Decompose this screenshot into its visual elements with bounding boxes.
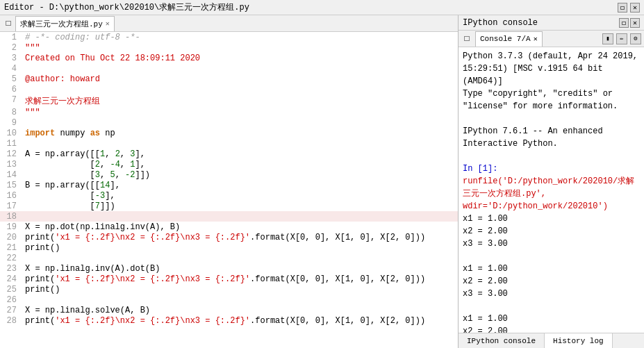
console-output[interactable]: Python 3.7.3 (default, Apr 24 2019, 15:2… bbox=[459, 47, 644, 333]
code-line: 15 B = np.array([[14], bbox=[0, 180, 458, 190]
console-tab[interactable]: Console 7/A ✕ bbox=[475, 31, 543, 47]
console-output-normal: Python 3.7.3 (default, Apr 24 2019, 15:2… bbox=[463, 50, 640, 333]
code-line: 26 bbox=[0, 295, 458, 305]
code-line: 21 print() bbox=[0, 242, 458, 253]
code-line: 1 # -*- coding: utf-8 -*- bbox=[0, 32, 458, 42]
code-line: 16 [-3], bbox=[0, 190, 458, 201]
console-tool2[interactable]: ✏ bbox=[616, 33, 627, 44]
code-line: 13 [2, -4, 1], bbox=[0, 159, 458, 169]
bottom-tabs: IPython console History log bbox=[459, 333, 644, 348]
console-title-bar: IPython console ◻ ✕ bbox=[459, 15, 644, 31]
code-line: 25 print() bbox=[0, 284, 458, 295]
restore-button[interactable]: ◻ bbox=[618, 3, 627, 13]
code-line: 2 """ bbox=[0, 42, 458, 53]
console-tab-area: □ Console 7/A ✕ ▮ ✏ ⚙ bbox=[459, 31, 644, 47]
code-line: 7 求解三元一次方程组 bbox=[0, 94, 458, 107]
code-lines: 1 # -*- coding: utf-8 -*- 2 """ 3 Create… bbox=[0, 32, 458, 326]
code-line: 19 X = np.dot(np.linalg.inv(A), B) bbox=[0, 222, 458, 232]
editor-tab[interactable]: 求解三元一次方程组.py ✕ bbox=[15, 16, 115, 31]
editor-title-bar: Editor - D:\python_work\202010\求解三元一次方程组… bbox=[0, 0, 644, 15]
code-line: 10 import numpy as np bbox=[0, 128, 458, 138]
close-button[interactable]: ✕ bbox=[630, 3, 640, 13]
code-line: 14 [3, 5, -2]]) bbox=[0, 169, 458, 180]
code-line: 23 X = np.linalg.inv(A).dot(B) bbox=[0, 263, 458, 274]
new-file-icon[interactable]: □ bbox=[3, 18, 14, 29]
console-close-button[interactable]: ✕ bbox=[630, 18, 640, 28]
code-line: 8 """ bbox=[0, 107, 458, 117]
code-line: 4 bbox=[0, 63, 458, 74]
console-new-icon[interactable]: □ bbox=[461, 33, 472, 44]
console-settings-icon[interactable]: ⚙ bbox=[630, 33, 641, 44]
editor-tab-close[interactable]: ✕ bbox=[106, 19, 110, 28]
console-tab-label: Console 7/A bbox=[480, 35, 531, 43]
code-line: 17 [7]]) bbox=[0, 201, 458, 211]
bottom-tab-ipython-label: IPython console bbox=[467, 337, 536, 345]
main-container: □ 求解三元一次方程组.py ✕ 1 # -*- coding: utf-8 -… bbox=[0, 15, 644, 348]
console-title-text: IPython console bbox=[463, 18, 538, 28]
code-line: 6 bbox=[0, 84, 458, 94]
code-line: 3 Created on Thu Oct 22 18:09:11 2020 bbox=[0, 53, 458, 63]
bottom-tab-ipython[interactable]: IPython console bbox=[459, 333, 545, 348]
editor-panel: □ 求解三元一次方程组.py ✕ 1 # -*- coding: utf-8 -… bbox=[0, 15, 459, 348]
editor-tab-bar: □ 求解三元一次方程组.py ✕ bbox=[0, 15, 458, 32]
code-line: 11 bbox=[0, 138, 458, 149]
code-line: 5 @author: howard bbox=[0, 74, 458, 84]
console-tab-close[interactable]: ✕ bbox=[534, 35, 538, 43]
editor-title-controls: ◻ ✕ bbox=[618, 3, 640, 13]
bottom-tab-history[interactable]: History log bbox=[545, 333, 613, 348]
console-restore-button[interactable]: ◻ bbox=[619, 18, 629, 28]
editor-title-text: Editor - D:\python_work\202010\求解三元一次方程组… bbox=[4, 1, 249, 13]
code-line: 20 print('x1 = {:.2f}\nx2 = {:.2f}\nx3 =… bbox=[0, 232, 458, 242]
code-line: 22 bbox=[0, 253, 458, 263]
code-line: 9 bbox=[0, 117, 458, 128]
code-line: 12 A = np.array([[1, 2, 3], bbox=[0, 149, 458, 159]
bottom-tab-history-label: History log bbox=[553, 337, 604, 345]
console-tool1[interactable]: ▮ bbox=[602, 33, 613, 44]
console-title-controls: ◻ ✕ bbox=[619, 18, 640, 28]
code-area[interactable]: 1 # -*- coding: utf-8 -*- 2 """ 3 Create… bbox=[0, 32, 458, 348]
console-panel: IPython console ◻ ✕ □ Console 7/A ✕ ▮ ✏ … bbox=[459, 15, 644, 348]
code-line-highlighted: 18 bbox=[0, 211, 458, 222]
code-line: 28 print('x1 = {:.2f}\nx2 = {:.2f}\nx3 =… bbox=[0, 315, 458, 326]
editor-tab-label: 求解三元一次方程组.py bbox=[20, 19, 103, 29]
code-line: 27 X = np.linalg.solve(A, B) bbox=[0, 305, 458, 315]
code-line: 24 print('x1 = {:.2f}\nx2 = {:.2f}\nx3 =… bbox=[0, 274, 458, 284]
